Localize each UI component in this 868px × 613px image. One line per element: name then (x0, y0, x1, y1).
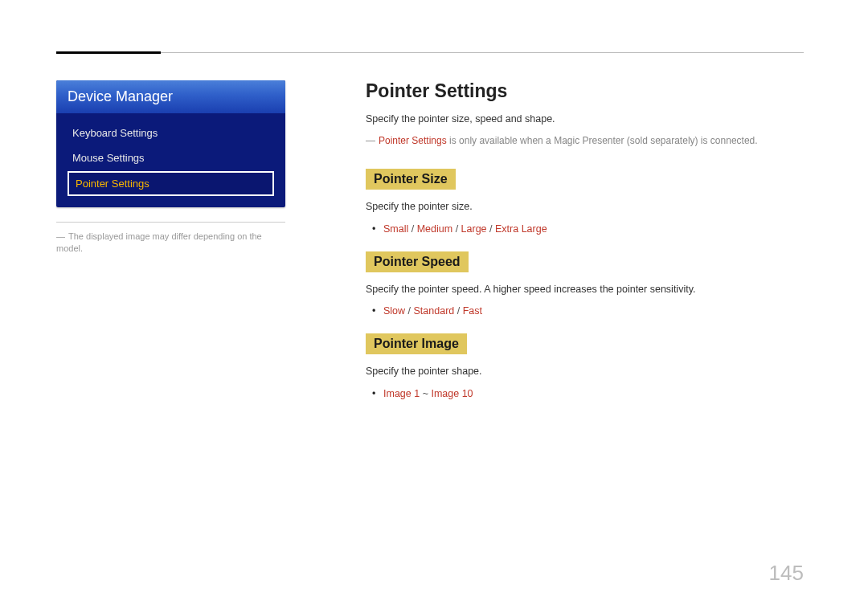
note-dash-icon: ― (366, 133, 375, 148)
availability-note: ―Pointer Settings is only available when… (366, 133, 804, 148)
availability-highlight: Pointer Settings (379, 135, 447, 146)
page-number: 145 (769, 561, 804, 586)
options-pointer-image: Image 1 ~ Image 10 (366, 386, 804, 402)
heading-pointer-speed: Pointer Speed (366, 251, 469, 272)
top-rule-light (161, 52, 804, 53)
menu-item-keyboard-settings[interactable]: Keyboard Settings (68, 121, 274, 145)
note-dash-icon: ― (56, 231, 65, 241)
sidebar-note-text: The displayed image may differ depending… (56, 231, 262, 253)
section-pointer-size: Pointer Size Specify the pointer size. S… (366, 161, 804, 237)
desc-pointer-speed: Specify the pointer speed. A higher spee… (366, 282, 804, 297)
options-pointer-speed: Slow / Standard / Fast (366, 303, 804, 319)
heading-pointer-size: Pointer Size (366, 169, 456, 190)
menu-header: Device Manager (56, 80, 285, 113)
opt: Medium (417, 223, 452, 235)
opt: Image 1 (383, 388, 420, 399)
opt: Extra Large (495, 223, 547, 235)
sep: / (452, 223, 461, 235)
opt: Large (461, 223, 487, 235)
sidebar-rule (56, 222, 285, 223)
desc-pointer-image: Specify the pointer shape. (366, 364, 804, 379)
options-pointer-size: Small / Medium / Large / Extra Large (366, 221, 804, 237)
sep: / (487, 223, 495, 235)
opt: Image 10 (431, 388, 473, 399)
opt: Standard (414, 305, 455, 317)
intro-text: Specify the pointer size, speed and shap… (366, 112, 804, 127)
menu-item-mouse-settings[interactable]: Mouse Settings (68, 146, 274, 170)
section-pointer-image: Pointer Image Specify the pointer shape.… (366, 325, 804, 402)
sep: / (454, 305, 462, 317)
sidebar: Device Manager Keyboard Settings Mouse S… (56, 80, 285, 255)
menu-card: Device Manager Keyboard Settings Mouse S… (56, 80, 285, 207)
desc-pointer-size: Specify the pointer size. (366, 199, 804, 215)
top-rule-dark (56, 51, 161, 54)
availability-rest: is only available when a Magic Presenter… (447, 135, 758, 146)
heading-pointer-image: Pointer Image (366, 333, 467, 354)
sep: / (408, 223, 416, 235)
opt: Fast (463, 305, 482, 317)
page-title: Pointer Settings (366, 80, 804, 102)
opt: Slow (383, 305, 405, 317)
content: Pointer Settings Specify the pointer siz… (285, 80, 804, 408)
sep: / (405, 305, 413, 317)
section-pointer-speed: Pointer Speed Specify the pointer speed.… (366, 243, 804, 320)
opt: Small (383, 223, 408, 235)
sep: ~ (420, 388, 431, 399)
sidebar-note: ―The displayed image may differ dependin… (56, 231, 285, 255)
menu-item-pointer-settings[interactable]: Pointer Settings (68, 171, 274, 196)
menu-items: Keyboard Settings Mouse Settings Pointer… (56, 113, 285, 207)
